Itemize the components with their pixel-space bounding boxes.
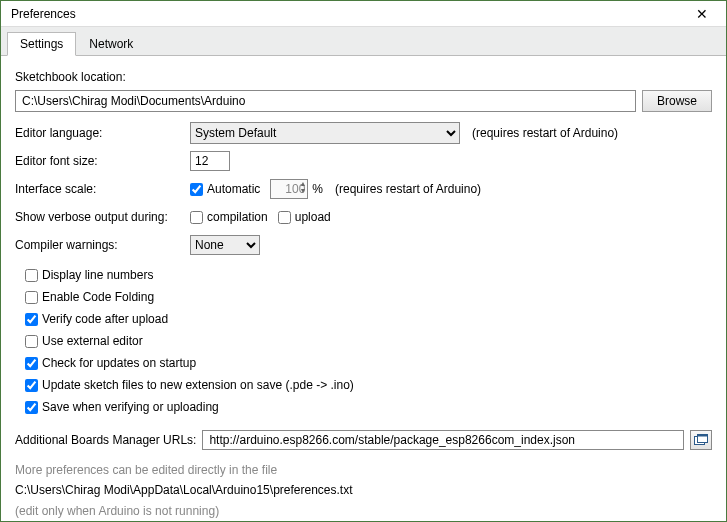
display-line-numbers-label: Display line numbers [42,268,153,282]
scale-auto-input[interactable] [190,183,203,196]
tab-settings[interactable]: Settings [7,32,76,56]
verbose-compilation-label: compilation [207,210,268,224]
verbose-compilation-input[interactable] [190,211,203,224]
verbose-upload-label: upload [295,210,331,224]
language-select[interactable]: System Default [190,122,460,144]
sketchbook-label: Sketchbook location: [15,70,126,84]
verbose-upload-checkbox[interactable]: upload [278,210,331,224]
update-ext-input[interactable] [25,379,38,392]
warnings-select[interactable]: None [190,235,260,255]
spinner-icon: ▲▼ [299,180,306,194]
window-icon [694,434,708,446]
sketchbook-input[interactable] [15,90,636,112]
code-folding-input[interactable] [25,291,38,304]
external-editor-label: Use external editor [42,334,143,348]
verify-upload-label: Verify code after upload [42,312,168,326]
boards-url-label: Additional Boards Manager URLs: [15,433,196,447]
check-updates-input[interactable] [25,357,38,370]
footer-line1: More preferences can be edited directly … [15,460,712,480]
boards-url-expand-button[interactable] [690,430,712,450]
check-updates-label: Check for updates on startup [42,356,196,370]
warnings-label: Compiler warnings: [15,238,190,252]
tab-bar: Settings Network [1,27,726,56]
language-hint: (requires restart of Arduino) [472,126,618,140]
tab-network[interactable]: Network [76,32,146,56]
scale-label: Interface scale: [15,182,190,196]
footer-path: C:\Users\Chirag Modi\AppData\Local\Ardui… [15,480,712,500]
save-verify-label: Save when verifying or uploading [42,400,219,414]
titlebar: Preferences ✕ [1,1,726,27]
display-line-numbers-input[interactable] [25,269,38,282]
verbose-label: Show verbose output during: [15,210,190,224]
external-editor-input[interactable] [25,335,38,348]
external-editor-checkbox[interactable]: Use external editor [25,334,702,348]
svg-rect-2 [698,435,708,437]
display-line-numbers-checkbox[interactable]: Display line numbers [25,268,702,282]
scale-auto-label: Automatic [207,182,260,196]
settings-panel: Sketchbook location: Browse Editor langu… [1,56,726,522]
code-folding-label: Enable Code Folding [42,290,154,304]
verbose-compilation-checkbox[interactable]: compilation [190,210,268,224]
verbose-upload-input[interactable] [278,211,291,224]
code-folding-checkbox[interactable]: Enable Code Folding [25,290,702,304]
scale-pct: % [312,182,323,196]
close-button[interactable]: ✕ [684,2,720,26]
fontsize-label: Editor font size: [15,154,190,168]
check-updates-checkbox[interactable]: Check for updates on startup [25,356,702,370]
scale-hint: (requires restart of Arduino) [335,182,481,196]
fontsize-input[interactable] [190,151,230,171]
close-icon: ✕ [696,6,708,22]
save-verify-checkbox[interactable]: Save when verifying or uploading [25,400,702,414]
footer-line3: (edit only when Arduino is not running) [15,501,712,521]
browse-button[interactable]: Browse [642,90,712,112]
verify-upload-checkbox[interactable]: Verify code after upload [25,312,702,326]
window-title: Preferences [11,7,76,21]
update-ext-checkbox[interactable]: Update sketch files to new extension on … [25,378,702,392]
scale-auto-checkbox[interactable]: Automatic [190,182,260,196]
language-label: Editor language: [15,126,190,140]
save-verify-input[interactable] [25,401,38,414]
boards-url-input[interactable] [202,430,684,450]
verify-upload-input[interactable] [25,313,38,326]
update-ext-label: Update sketch files to new extension on … [42,378,354,392]
footer-note: More preferences can be edited directly … [15,460,712,521]
